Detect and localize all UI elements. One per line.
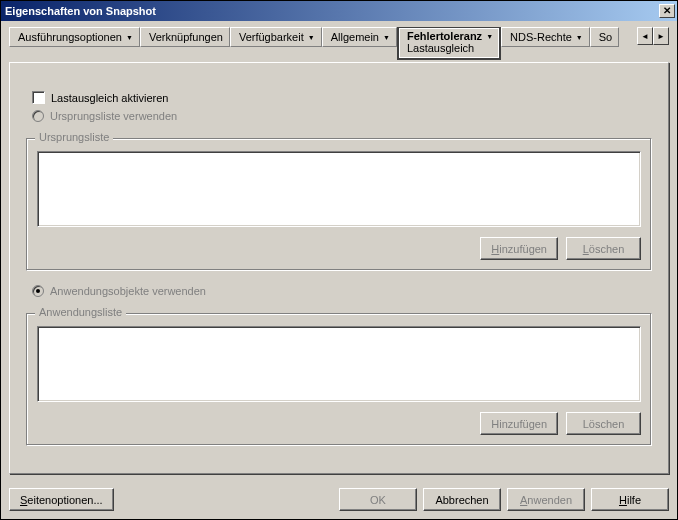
app-list-group-title: Anwendungsliste [35, 306, 126, 318]
tab-scroll-left-button[interactable]: ◄ [637, 27, 653, 45]
tab-sublabel: Lastausgleich [407, 42, 474, 54]
enable-load-balancing-label: Lastausgleich aktivieren [51, 92, 168, 104]
tab-label: So [599, 31, 612, 43]
app-list-buttons: Hinzufügen Löschen [37, 412, 641, 435]
close-button[interactable]: ✕ [659, 4, 675, 18]
tab-label: Verknüpfungen [149, 31, 223, 43]
tab-nds-rights[interactable]: NDS-Rechte ▼ [501, 27, 590, 47]
use-source-list-row: Ursprungsliste verwenden [32, 110, 652, 122]
tab-scroll-controls: ◄ ► [637, 27, 669, 47]
source-listbox[interactable] [37, 151, 641, 227]
tab-run-options[interactable]: Ausführungsoptionen ▼ [9, 27, 140, 47]
chevron-down-icon: ▼ [383, 34, 390, 41]
use-app-objects-radio [32, 285, 44, 297]
ok-button: OK [339, 488, 417, 511]
source-list-group-title: Ursprungsliste [35, 131, 113, 143]
dialog-button-row: Seitenoptionen... OK Abbrechen Anwenden … [1, 482, 677, 519]
app-add-button: Hinzufügen [480, 412, 558, 435]
tab-general[interactable]: Allgemein ▼ [322, 27, 397, 47]
tab-label: Ausführungsoptionen [18, 31, 122, 43]
tab-availability[interactable]: Verfügbarkeit ▼ [230, 27, 322, 47]
app-list-group: Anwendungsliste Hinzufügen Löschen [26, 313, 652, 446]
page-options-button[interactable]: Seitenoptionen... [9, 488, 114, 511]
chevron-down-icon: ▼ [486, 33, 493, 40]
tab-overflow[interactable]: So [590, 27, 619, 47]
properties-dialog: Eigenschaften von Snapshot ✕ Ausführungs… [0, 0, 678, 520]
source-delete-button: Löschen [566, 237, 641, 260]
tab-scroll-right-button[interactable]: ► [653, 27, 669, 45]
use-app-objects-row: Anwendungsobjekte verwenden [32, 285, 652, 297]
chevron-down-icon: ▼ [308, 34, 315, 41]
apply-button: Anwenden [507, 488, 585, 511]
titlebar: Eigenschaften von Snapshot ✕ [1, 1, 677, 21]
use-app-objects-label: Anwendungsobjekte verwenden [50, 285, 206, 297]
tab-shortcuts[interactable]: Verknüpfungen [140, 27, 230, 47]
cancel-button[interactable]: Abbrechen [423, 488, 501, 511]
source-add-button: Hinzufügen [480, 237, 558, 260]
enable-load-balancing-checkbox[interactable] [32, 91, 45, 104]
source-list-buttons: Hinzufügen Löschen [37, 237, 641, 260]
help-button[interactable]: Hilfe [591, 488, 669, 511]
enable-load-balancing-row[interactable]: Lastausgleich aktivieren [32, 91, 652, 104]
tab-label: NDS-Rechte [510, 31, 572, 43]
use-source-list-label: Ursprungsliste verwenden [50, 110, 177, 122]
app-listbox[interactable] [37, 326, 641, 402]
tab-label: Allgemein [331, 31, 379, 43]
tab-strip: Ausführungsoptionen ▼ Verknüpfungen Verf… [9, 27, 669, 63]
tab-label: Fehlertoleranz [407, 30, 482, 42]
window-title: Eigenschaften von Snapshot [5, 5, 659, 17]
use-source-list-radio [32, 110, 44, 122]
content-area: Ausführungsoptionen ▼ Verknüpfungen Verf… [1, 21, 677, 482]
tab-panel-load-balancing: Lastausgleich aktivieren Ursprungsliste … [9, 62, 669, 474]
chevron-down-icon: ▼ [126, 34, 133, 41]
tab-fault-tolerance[interactable]: Fehlertoleranz ▼ Lastausgleich [397, 27, 501, 60]
chevron-down-icon: ▼ [576, 34, 583, 41]
source-list-group: Ursprungsliste Hinzufügen Löschen [26, 138, 652, 271]
tabs-container: Ausführungsoptionen ▼ Verknüpfungen Verf… [9, 27, 637, 63]
app-delete-button: Löschen [566, 412, 641, 435]
tab-label: Verfügbarkeit [239, 31, 304, 43]
